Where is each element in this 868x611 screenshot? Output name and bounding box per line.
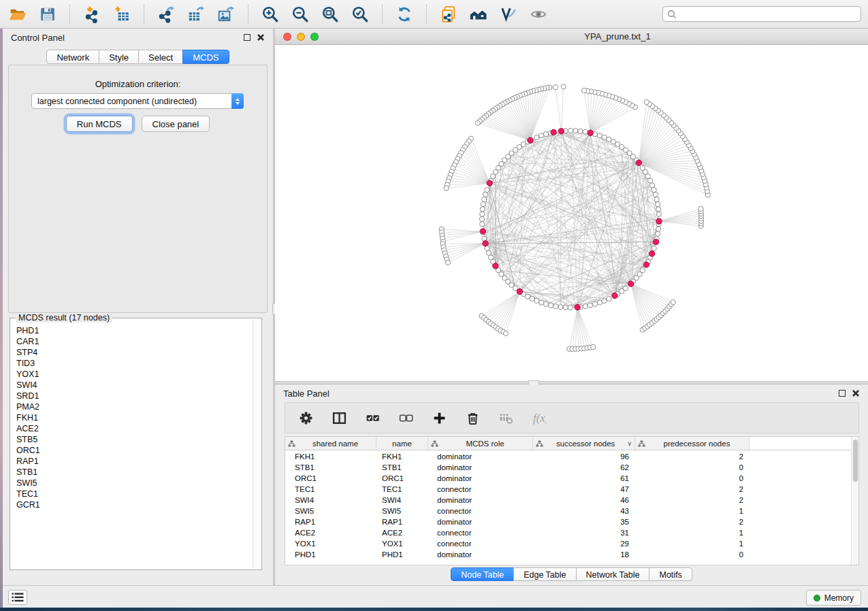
graph-mcds-node[interactable] (649, 251, 655, 257)
graph-node[interactable] (553, 85, 558, 90)
graph-mcds-node[interactable] (517, 288, 522, 294)
graph-mcds-node[interactable] (558, 129, 564, 134)
tab-node-table[interactable]: Node Table (451, 567, 514, 581)
graph-node[interactable] (602, 135, 607, 139)
graph-node[interactable] (568, 128, 573, 133)
graph-node[interactable] (581, 88, 586, 93)
column-header-successor-nodes[interactable]: successor nodes∨ (533, 437, 635, 450)
graph-node[interactable] (558, 305, 563, 310)
graph-node[interactable] (479, 216, 484, 221)
graph-mcds-node[interactable] (480, 229, 485, 234)
network-window-titlebar[interactable]: YPA_prune.txt_1 (275, 29, 868, 45)
graph-node[interactable] (698, 206, 703, 211)
graph-node[interactable] (597, 300, 602, 305)
tab-network[interactable]: Network (46, 50, 99, 64)
mcds-result-item[interactable]: STP4 (11, 347, 252, 358)
graph-node[interactable] (640, 165, 645, 170)
graph-node[interactable] (671, 300, 675, 305)
table-row[interactable]: STB1STB1dominator620 (285, 462, 851, 473)
graph-node[interactable] (583, 304, 588, 309)
tab-select[interactable]: Select (138, 50, 183, 64)
graph-node[interactable] (656, 202, 660, 207)
mcds-result-item[interactable]: PMA2 (11, 401, 252, 412)
graph-node[interactable] (592, 301, 597, 306)
table-row[interactable]: ORC1ORC1dominator610 (285, 473, 851, 484)
graph-node[interactable] (624, 286, 628, 291)
graph-node[interactable] (656, 212, 661, 216)
graph-node[interactable] (482, 197, 487, 202)
zoom-fit-icon[interactable] (319, 3, 341, 25)
run-mcds-button[interactable]: Run MCDS (66, 116, 133, 132)
apply-layout-icon[interactable] (393, 3, 415, 25)
graph-mcds-node[interactable] (656, 218, 662, 224)
table-row[interactable]: PHD1PHD1dominator180 (285, 549, 851, 560)
mcds-result-item[interactable]: ACE2 (11, 423, 252, 434)
graph-node[interactable] (607, 137, 611, 142)
graph-node[interactable] (602, 299, 607, 303)
graph-node[interactable] (543, 301, 548, 306)
column-header-MCDS-role[interactable]: MCDS role (428, 437, 533, 450)
zoom-selected-icon[interactable] (349, 3, 371, 25)
memory-button[interactable]: Memory (806, 590, 861, 606)
graph-node[interactable] (654, 197, 659, 202)
mcds-result-item[interactable]: YOX1 (11, 369, 252, 380)
graph-node[interactable] (656, 207, 661, 212)
graph-node[interactable] (656, 227, 661, 231)
mcds-result-item[interactable]: ORC1 (11, 445, 252, 456)
graph-node[interactable] (640, 268, 645, 273)
graph-node[interactable] (480, 207, 485, 212)
graph-node[interactable] (539, 300, 544, 305)
mcds-result-item[interactable]: CAR1 (11, 336, 252, 347)
graph-mcds-node[interactable] (628, 281, 634, 286)
add-row-icon[interactable] (431, 410, 447, 426)
graph-mcds-node[interactable] (588, 130, 593, 135)
graph-node[interactable] (561, 84, 566, 89)
zoom-out-icon[interactable] (289, 3, 311, 25)
mcds-result-item[interactable]: SRD1 (11, 391, 252, 401)
close-table-panel-icon[interactable] (852, 389, 860, 397)
graph-mcds-node[interactable] (528, 137, 533, 143)
graph-node[interactable] (444, 186, 449, 191)
graph-node[interactable] (607, 297, 611, 301)
graph-node[interactable] (445, 260, 450, 265)
graph-node[interactable] (652, 188, 656, 193)
close-panel-icon[interactable] (257, 33, 265, 42)
graph-node[interactable] (563, 305, 568, 310)
graph-node[interactable] (573, 129, 578, 133)
export-image-icon[interactable] (215, 3, 237, 25)
table-row[interactable]: YOX1YOX1connector291 (285, 538, 851, 549)
graph-node[interactable] (534, 135, 539, 139)
table-row[interactable]: SWI5SWI5connector431 (285, 506, 851, 516)
graph-node[interactable] (568, 305, 573, 310)
tab-mcds[interactable]: MCDS (182, 50, 229, 64)
graph-node[interactable] (503, 331, 508, 335)
graph-node[interactable] (480, 222, 485, 227)
graph-node[interactable] (597, 133, 602, 138)
deselect-all-icon[interactable] (398, 410, 414, 426)
search-input[interactable] (677, 7, 861, 21)
graph-node[interactable] (591, 345, 596, 350)
graph-node[interactable] (578, 129, 583, 133)
table-row[interactable]: RAP1RAP1dominator352 (285, 516, 851, 527)
delete-row-icon[interactable] (464, 410, 481, 426)
graph-node[interactable] (485, 188, 489, 193)
import-network-icon[interactable] (81, 3, 103, 25)
graph-node[interactable] (486, 250, 491, 255)
float-panel-icon[interactable] (244, 34, 251, 41)
save-session-icon[interactable] (37, 3, 59, 25)
graph-node[interactable] (543, 132, 548, 137)
graph-node[interactable] (483, 192, 488, 197)
window-zoom-icon[interactable] (310, 33, 319, 41)
column-header-shared-name[interactable]: shared name (285, 437, 376, 450)
mcds-result-item[interactable]: TID3 (11, 358, 252, 369)
mcds-result-item[interactable]: STB1 (11, 467, 252, 478)
mcds-result-item[interactable]: PHD1 (11, 325, 252, 336)
tab-motifs[interactable]: Motifs (649, 567, 692, 581)
graph-mcds-node[interactable] (483, 241, 488, 246)
graph-mcds-node[interactable] (643, 262, 649, 267)
graph-node[interactable] (653, 192, 658, 197)
tab-style[interactable]: Style (99, 50, 139, 64)
network-graph-canvas[interactable] (275, 45, 868, 381)
open-file-icon[interactable] (7, 3, 29, 25)
graph-mcds-node[interactable] (612, 293, 617, 298)
